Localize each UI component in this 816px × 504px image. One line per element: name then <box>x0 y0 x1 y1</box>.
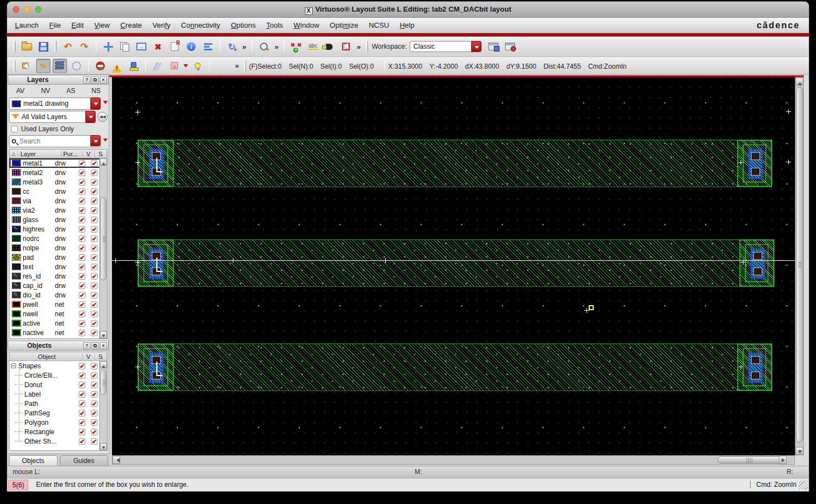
layer-row-highres[interactable]: highresdrw✔✔ <box>9 224 100 234</box>
scroll-left-icon[interactable] <box>113 456 120 464</box>
stop-button[interactable] <box>93 59 108 73</box>
close-icon[interactable]: × <box>100 76 107 84</box>
visible-checkbox[interactable]: ✔ <box>79 254 85 261</box>
objects-scrollbar[interactable] <box>99 361 107 450</box>
selectable-checkbox[interactable]: ✔ <box>91 292 98 299</box>
layer-row-nwell[interactable]: nwellnet✔✔ <box>9 309 100 318</box>
selectable-checkbox[interactable]: ✔ <box>91 160 98 167</box>
metal1-contact[interactable] <box>751 249 765 279</box>
selectable-checkbox[interactable]: ✔ <box>91 410 98 416</box>
search-caret-icon[interactable] <box>103 138 108 144</box>
layer-tap-button[interactable] <box>53 59 67 73</box>
resistor-body[interactable] <box>174 240 740 286</box>
visible-checkbox[interactable]: ✔ <box>79 301 85 308</box>
col-purpose[interactable]: Pur... <box>62 151 83 157</box>
used-layers-checkbox[interactable] <box>11 126 18 132</box>
canvas-hscrollbar[interactable] <box>112 455 795 465</box>
resistor-band-2[interactable] <box>137 239 774 287</box>
selectable-checkbox[interactable]: ✔ <box>91 301 98 308</box>
visible-checkbox[interactable]: ✔ <box>79 264 85 270</box>
move-button[interactable] <box>101 39 115 54</box>
info-button[interactable]: i <box>184 39 198 54</box>
stretch-button[interactable]: ↔ <box>134 39 149 54</box>
layer-caret-icon[interactable] <box>103 101 108 106</box>
resistor-body[interactable] <box>174 140 737 187</box>
scroll-up-icon[interactable] <box>100 158 107 166</box>
undo-button[interactable]: ↶ <box>60 39 75 54</box>
visible-checkbox[interactable]: ✔ <box>79 198 85 204</box>
selectable-checkbox[interactable]: ✔ <box>91 245 98 251</box>
toolbar-grip[interactable] <box>244 60 246 71</box>
save-workspace-button[interactable] <box>486 39 501 54</box>
mode-header-av[interactable]: AV <box>8 87 33 95</box>
mode-header-ns[interactable]: NS <box>84 87 109 95</box>
metal1-contact[interactable] <box>149 249 164 279</box>
visible-checkbox[interactable]: ✔ <box>79 217 85 223</box>
workspace-select[interactable]: Classic <box>410 41 482 52</box>
metal1-contact[interactable] <box>748 149 763 179</box>
resistor-band-1[interactable] <box>137 140 772 187</box>
menu-create[interactable]: Create <box>120 21 142 29</box>
toolbar-grip[interactable] <box>13 41 16 52</box>
scroll-right-icon[interactable] <box>779 456 787 464</box>
visible-checkbox[interactable]: ✔ <box>79 372 85 379</box>
layer-table-scrollbar[interactable] <box>99 158 107 338</box>
scroll-down-icon[interactable] <box>795 447 803 455</box>
visible-checkbox[interactable]: ✔ <box>79 419 85 426</box>
float-icon[interactable]: ⧉ <box>91 76 99 84</box>
layer-row-dio_id[interactable]: dio_iddrw✔✔ <box>9 290 100 300</box>
properties-button[interactable] <box>167 39 182 54</box>
layer-row-active[interactable]: activenet✔✔ <box>9 318 100 328</box>
visible-checkbox[interactable]: ✔ <box>79 226 85 233</box>
selectable-checkbox[interactable]: ✔ <box>91 419 98 426</box>
metal1-contact[interactable] <box>149 353 164 383</box>
visible-checkbox[interactable]: ✔ <box>79 292 85 299</box>
dropdown-arrow-icon[interactable] <box>90 135 100 146</box>
layer-row-via[interactable]: viadrw✔✔ <box>9 196 100 205</box>
device-button[interactable] <box>126 59 141 73</box>
layer-search[interactable] <box>9 135 101 147</box>
object-row-donut[interactable]: Donut✔✔ <box>9 380 100 389</box>
delete-workspace-button[interactable] <box>503 39 517 54</box>
layer-row-glass[interactable]: glassdrw✔✔ <box>9 215 100 224</box>
metal1-contact[interactable] <box>149 149 164 179</box>
overflow-chevron[interactable]: » <box>274 43 278 51</box>
layer-row-metal1[interactable]: metal1drw✔✔ <box>9 158 100 168</box>
menu-options[interactable]: Options <box>231 21 256 29</box>
close-icon[interactable]: × <box>100 342 107 349</box>
selectable-checkbox[interactable]: ✔ <box>91 273 98 280</box>
selectable-checkbox[interactable]: ✔ <box>91 226 98 233</box>
visible-checkbox[interactable]: ✔ <box>79 235 85 242</box>
layer-row-metal2[interactable]: metal2drw✔✔ <box>9 168 100 177</box>
resistor-band-3[interactable] <box>137 343 772 391</box>
selectable-checkbox[interactable]: ✔ <box>91 207 98 214</box>
visible-checkbox[interactable]: ✔ <box>79 282 85 289</box>
resistor-body[interactable] <box>174 344 737 390</box>
connectivity-button[interactable] <box>289 39 303 54</box>
objects-table-header[interactable]: Object V S <box>9 352 107 361</box>
menu-window[interactable]: Window <box>294 21 319 29</box>
selectable-checkbox[interactable]: ✔ <box>91 217 98 223</box>
selectable-checkbox[interactable]: ✔ <box>91 198 98 204</box>
redo-button[interactable]: ↷ <box>77 39 91 54</box>
menu-file[interactable]: File <box>49 21 61 29</box>
active-layer-select[interactable]: metal1 drawing <box>9 97 101 110</box>
object-row-path[interactable]: Path✔✔ <box>9 399 100 408</box>
select-area-button[interactable] <box>339 39 353 54</box>
menu-verify[interactable]: Verify <box>152 21 171 29</box>
layer-row-via2[interactable]: via2drw✔✔ <box>9 205 100 215</box>
float-icon[interactable]: ⧉ <box>91 342 99 349</box>
left-terminal[interactable] <box>138 140 174 187</box>
visible-checkbox[interactable]: ✔ <box>79 391 85 398</box>
layer-table-header[interactable]: △ Layer Pur... V S <box>9 150 107 158</box>
scrollbar-thumb[interactable] <box>100 370 106 395</box>
visible-checkbox[interactable]: ✔ <box>79 188 85 195</box>
object-row-circleelli[interactable]: Circle/Elli...✔✔ <box>9 371 100 380</box>
menu-view[interactable]: View <box>94 21 110 29</box>
copy-button[interactable] <box>118 39 132 54</box>
pin-button[interactable] <box>322 39 336 54</box>
layer-row-nolpe[interactable]: nolpedrw✔✔ <box>9 243 100 253</box>
selectable-checkbox[interactable]: ✔ <box>91 254 98 261</box>
visible-checkbox[interactable]: ✔ <box>79 311 85 317</box>
layer-filter-select[interactable]: All Valid Layers <box>9 111 96 123</box>
